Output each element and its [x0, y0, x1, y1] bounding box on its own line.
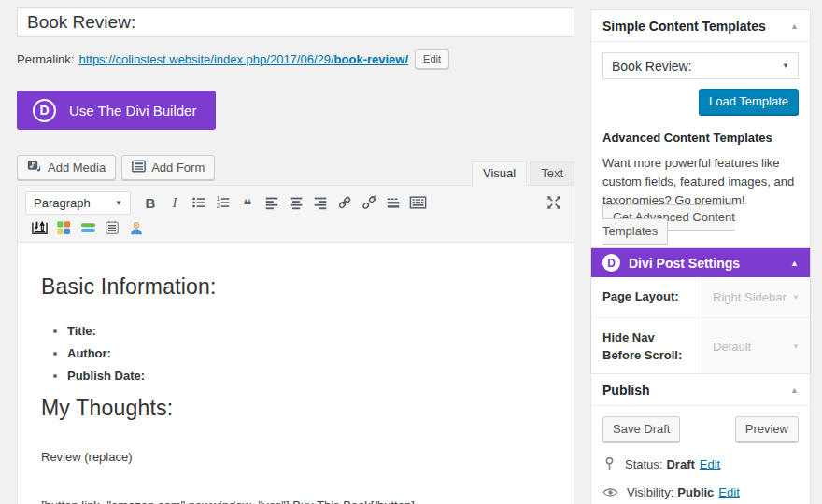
- content-bullet-list: Title: Author: Publish Date:: [54, 324, 550, 383]
- italic-button[interactable]: I: [163, 191, 187, 214]
- post-title-input[interactable]: [17, 7, 574, 37]
- advanced-templates-title: Advanced Content Templates: [602, 131, 799, 145]
- visibility-edit-link[interactable]: Edit: [718, 485, 739, 499]
- simple-content-templates-body: Book Review: ▼ Load Template Advanced Co…: [591, 42, 810, 250]
- svg-text:1: 1: [217, 195, 220, 202]
- paragraph-select-value: Paragraph: [34, 196, 91, 210]
- add-form-button[interactable]: Add Form: [121, 155, 215, 180]
- hide-nav-select[interactable]: Default ▼: [702, 318, 810, 376]
- editor-mode-tabs: Visual Text: [469, 161, 574, 185]
- svg-text:2: 2: [217, 203, 220, 209]
- status-edit-link[interactable]: Edit: [700, 457, 720, 471]
- content-heading-basic-information: Basic Information:: [41, 274, 550, 300]
- simple-content-templates-header[interactable]: Simple Content Templates ▲: [591, 10, 810, 42]
- blockquote-button[interactable]: ❝: [235, 191, 260, 214]
- color-grid-icon[interactable]: [51, 217, 76, 239]
- list-item: Publish Date:: [67, 369, 550, 383]
- align-center-button[interactable]: [284, 191, 308, 214]
- collapse-icon[interactable]: ▲: [790, 21, 799, 31]
- permalink-label: Permalink:: [17, 52, 74, 66]
- visibility-value: Public: [677, 485, 714, 499]
- load-template-button[interactable]: Load Template: [699, 89, 799, 115]
- panel-title: Divi Post Settings: [629, 256, 790, 271]
- status-row: Status: Draft Edit: [602, 456, 799, 471]
- divi-setting-row-hide-nav: Hide Nav Before Scroll: Default ▼: [591, 318, 810, 376]
- panel-title: Publish: [602, 383, 650, 398]
- divi-logo-icon: D: [602, 254, 620, 272]
- toolbar-row-1: Paragraph ▼ B I 12 ❝: [25, 189, 566, 216]
- visibility-label: Visibility:: [627, 485, 673, 499]
- add-media-button[interactable]: Add Media: [17, 155, 116, 180]
- preview-button[interactable]: Preview: [735, 416, 799, 442]
- visibility-row: Visibility: Public Edit: [602, 485, 799, 499]
- editor-toolbar: Paragraph ▼ B I 12 ❝: [18, 186, 574, 243]
- pin-icon: [602, 456, 616, 471]
- setting-value: Right Sidebar: [713, 290, 787, 304]
- use-divi-builder-button[interactable]: D Use The Divi Builder: [17, 91, 216, 130]
- page-layout-select[interactable]: Right Sidebar ▼: [702, 277, 810, 317]
- editor-top-row: Add Media Add Form Visual Text: [17, 155, 574, 185]
- import-export-icon[interactable]: [27, 217, 51, 239]
- form-icon: [132, 160, 146, 175]
- add-form-label: Add Form: [151, 161, 205, 175]
- setting-label: Page Layout:: [591, 277, 702, 317]
- chevron-down-icon: ▼: [115, 199, 122, 207]
- sidebar: Simple Content Templates ▲ Book Review: …: [590, 0, 811, 504]
- divi-post-settings-header[interactable]: D Divi Post Settings ▲: [591, 248, 810, 277]
- chevron-down-icon: ▼: [792, 293, 800, 301]
- content-button-shortcode: [button link="amazon.com" newwindow="yes…: [41, 498, 550, 504]
- content-review-paragraph: Review (replace): [41, 450, 550, 464]
- editor-content[interactable]: Basic Information: Title: Author: Publis…: [18, 243, 574, 504]
- permalink-link[interactable]: https://colinstest.website/index.php/201…: [78, 52, 408, 66]
- template-select[interactable]: Book Review: ▼: [602, 52, 799, 79]
- panel-publish: Publish ▲ Save Draft Preview Status: Dra…: [590, 373, 811, 504]
- fullscreen-button[interactable]: [542, 191, 566, 214]
- list-item: Author:: [67, 346, 550, 360]
- divi-button-label: Use The Divi Builder: [69, 103, 196, 119]
- panel-simple-content-templates: Simple Content Templates ▲ Book Review: …: [590, 9, 811, 251]
- tab-text[interactable]: Text: [530, 161, 574, 185]
- eye-icon: [602, 486, 618, 498]
- toolbar-toggle-button[interactable]: [405, 191, 430, 214]
- tab-visual[interactable]: Visual: [472, 161, 527, 186]
- publish-buttons-row: Save Draft Preview: [602, 416, 799, 442]
- bold-button[interactable]: B: [138, 191, 163, 214]
- setting-value: Default: [713, 340, 751, 354]
- publish-header[interactable]: Publish ▲: [591, 374, 810, 406]
- collapse-icon[interactable]: ▲: [790, 259, 799, 268]
- media-buttons: Add Media Add Form: [17, 155, 215, 180]
- permalink-edit-button[interactable]: Edit: [415, 49, 449, 69]
- toolbar-row-2: [25, 216, 566, 240]
- status-label: Status:: [625, 457, 662, 471]
- panel-title: Simple Content Templates: [602, 19, 766, 34]
- status-value: Draft: [666, 457, 694, 471]
- template-select-value: Book Review:: [612, 59, 692, 74]
- save-draft-button[interactable]: Save Draft: [602, 416, 680, 442]
- permalink-row: Permalink: https://colinstest.website/in…: [17, 49, 574, 69]
- publish-body: Save Draft Preview Status: Draft Edit Vi…: [591, 406, 810, 504]
- chevron-down-icon: ▼: [792, 343, 800, 351]
- divi-setting-row-page-layout: Page Layout: Right Sidebar ▼: [591, 277, 810, 318]
- setting-label: Hide Nav Before Scroll:: [591, 318, 702, 376]
- content-heading-my-thoughts: My Thoughts:: [41, 396, 550, 421]
- paragraph-format-select[interactable]: Paragraph ▼: [25, 191, 131, 215]
- get-advanced-templates-button[interactable]: Get Advanced Content Templates: [602, 204, 735, 245]
- more-tag-button[interactable]: [381, 191, 405, 214]
- insert-link-button[interactable]: [333, 191, 357, 214]
- chevron-down-icon: ▼: [782, 62, 789, 70]
- advanced-templates-text: Want more powerful features like custom …: [602, 154, 799, 210]
- add-media-label: Add Media: [48, 161, 106, 175]
- numbered-list-button[interactable]: 12: [211, 191, 235, 214]
- editor-box: Paragraph ▼ B I 12 ❝: [17, 185, 574, 504]
- panel-divi-post-settings: D Divi Post Settings ▲ Page Layout: Righ…: [590, 247, 811, 377]
- user-person-icon[interactable]: [124, 217, 149, 239]
- editor-column: Permalink: https://colinstest.website/in…: [17, 7, 574, 504]
- collapse-icon[interactable]: ▲: [790, 385, 799, 395]
- bullet-list-button[interactable]: [187, 191, 211, 214]
- columns-bars-icon[interactable]: [76, 217, 100, 239]
- remove-link-button[interactable]: [357, 191, 381, 214]
- media-icon: [27, 160, 42, 176]
- notepad-icon[interactable]: [100, 217, 124, 239]
- align-left-button[interactable]: [260, 191, 284, 214]
- align-right-button[interactable]: [308, 191, 333, 214]
